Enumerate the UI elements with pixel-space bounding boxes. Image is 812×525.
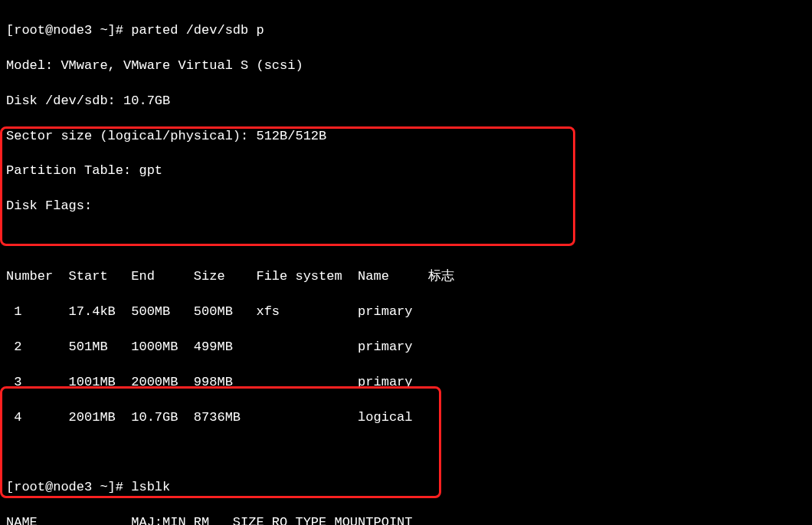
parted-flags: Disk Flags: <box>6 198 806 215</box>
blank-line <box>6 233 806 251</box>
shell-prompt: [root@node3 ~]# <box>6 23 131 38</box>
parted-row: 2 501MB 1000MB 499MB primary <box>6 339 806 356</box>
command-text: parted /dev/sdb p <box>131 23 264 38</box>
parted-model: Model: VMware, VMware Virtual S (scsi) <box>6 57 806 75</box>
parted-row: 1 17.4kB 500MB 500MB xfs primary <box>6 304 806 321</box>
blank-line <box>6 444 806 461</box>
lsblk-header: NAME MAJ:MIN RM SIZE RO TYPE MOUNTPOINT <box>6 514 806 525</box>
parted-table-header: Number Start End Size File system Name 标… <box>6 268 806 286</box>
command-text: lsblk <box>131 480 170 494</box>
parted-disk: Disk /dev/sdb: 10.7GB <box>6 93 806 110</box>
parted-sector: Sector size (logical/physical): 512B/512… <box>6 128 806 146</box>
terminal-output[interactable]: [root@node3 ~]# parted /dev/sdb p Model:… <box>0 0 812 525</box>
parted-row: 3 1001MB 2000MB 998MB primary <box>6 374 806 392</box>
shell-prompt: [root@node3 ~]# <box>6 480 131 494</box>
parted-row: 4 2001MB 10.7GB 8736MB logical <box>6 409 806 427</box>
parted-ptable: Partition Table: gpt <box>6 162 806 180</box>
